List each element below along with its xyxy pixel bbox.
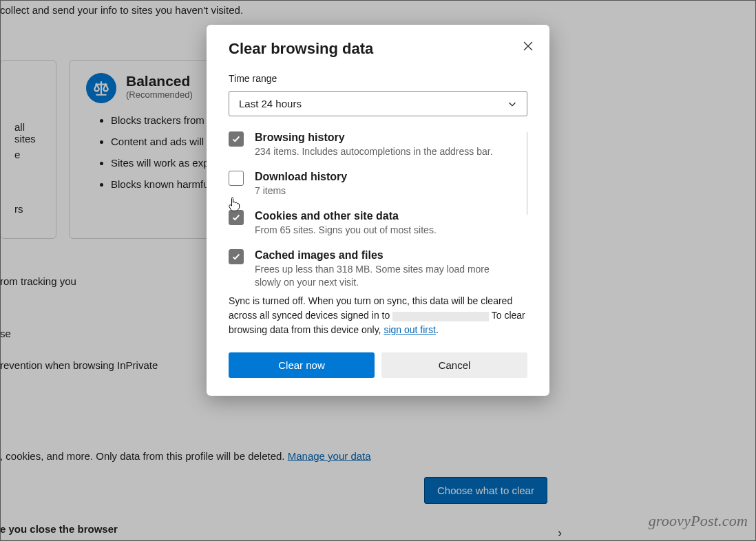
options-list: Browsing history 234 items. Includes aut… xyxy=(229,131,527,288)
scrollbar-thumb[interactable] xyxy=(527,131,527,215)
time-range-select[interactable]: Last 24 hours xyxy=(229,91,527,116)
sync-info-text: Sync is turned off. When you turn on syn… xyxy=(229,294,527,337)
clear-browsing-data-dialog: Clear browsing data Time range Last 24 h… xyxy=(207,25,549,396)
option-title: Download history xyxy=(255,171,347,183)
option-browsing-history: Browsing history 234 items. Includes aut… xyxy=(229,131,516,158)
checkbox-cookies[interactable] xyxy=(229,210,244,225)
chevron-down-icon xyxy=(507,99,517,109)
option-desc: Frees up less than 318 MB. Some sites ma… xyxy=(255,263,516,289)
time-range-value: Last 24 hours xyxy=(239,98,302,109)
clear-now-button[interactable]: Clear now xyxy=(229,352,375,378)
option-desc: 234 items. Includes autocompletions in t… xyxy=(255,145,493,158)
sign-out-link[interactable]: sign out first xyxy=(384,324,435,335)
option-download-history: Download history 7 items xyxy=(229,171,516,198)
checkbox-browsing-history[interactable] xyxy=(229,131,244,147)
option-desc: From 65 sites. Signs you out of most sit… xyxy=(255,224,437,237)
checkbox-download-history[interactable] xyxy=(229,171,244,186)
sync-period: . xyxy=(436,324,439,335)
checkbox-cached[interactable] xyxy=(229,249,244,264)
cancel-button[interactable]: Cancel xyxy=(381,352,527,378)
dialog-title: Clear browsing data xyxy=(229,40,527,58)
option-cached: Cached images and files Frees up less th… xyxy=(229,249,516,289)
close-button[interactable] xyxy=(519,37,537,55)
close-icon xyxy=(523,41,534,52)
redacted-account: x xyxy=(392,312,489,321)
option-cookies: Cookies and other site data From 65 site… xyxy=(229,210,516,237)
time-range-label: Time range xyxy=(229,73,527,84)
option-desc: 7 items xyxy=(255,184,347,198)
option-title: Cookies and other site data xyxy=(255,210,437,222)
option-title: Cached images and files xyxy=(255,249,516,262)
dialog-button-row: Clear now Cancel xyxy=(229,352,527,378)
option-title: Browsing history xyxy=(255,131,493,144)
